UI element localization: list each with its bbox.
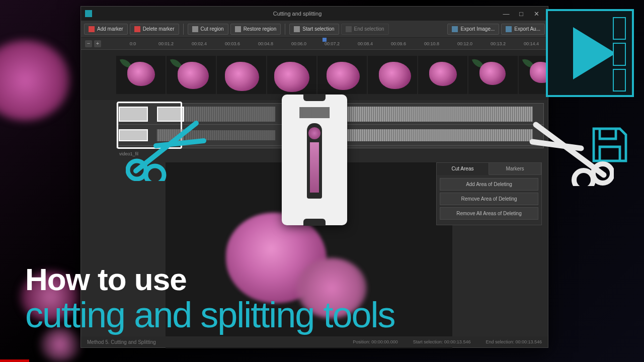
zoom-in-button[interactable]: + bbox=[94, 40, 101, 47]
flag-icon bbox=[89, 26, 95, 32]
ruler-tick: 0:0 bbox=[116, 41, 149, 46]
bracket-left-icon bbox=[294, 26, 300, 32]
ruler-tick: 00:07.2 bbox=[315, 41, 349, 46]
start-selection-label: Start selection: 00:00:13.546 bbox=[413, 339, 471, 344]
add-marker-button[interactable]: Add marker bbox=[84, 24, 128, 35]
titlebar: Cutting and splitting — □ ✕ bbox=[81, 7, 548, 21]
label: Add marker bbox=[97, 26, 123, 32]
add-area-button[interactable]: Add Area of Deleting bbox=[440, 178, 538, 191]
headline: How to use cutting and splitting tools bbox=[25, 261, 394, 335]
toolbar: Add marker Delete marker Cut region Rest… bbox=[81, 21, 548, 38]
position-label: Position: 00:00:00.000 bbox=[353, 339, 398, 344]
vsdc-logo bbox=[546, 9, 634, 97]
ruler-tick: 00:04.8 bbox=[249, 41, 282, 46]
app-icon bbox=[85, 10, 92, 17]
scissors-icon bbox=[192, 26, 198, 32]
label: Export Au... bbox=[514, 26, 540, 32]
flag-x-icon bbox=[134, 26, 140, 32]
label: Cut region bbox=[201, 26, 224, 32]
minimize-button[interactable]: — bbox=[499, 10, 514, 18]
ruler-tick: 00:12.0 bbox=[448, 41, 481, 46]
bracket-right-icon bbox=[346, 26, 352, 32]
video-thumbnail bbox=[217, 56, 266, 94]
scissors-white-icon bbox=[528, 116, 614, 186]
waveform-segment bbox=[347, 129, 533, 141]
export-audio-button[interactable]: Export Au... bbox=[501, 24, 545, 35]
ruler-tick: 00:10.8 bbox=[415, 41, 448, 46]
scissors-cyan-icon bbox=[126, 116, 206, 181]
tab-cut-areas[interactable]: Cut Areas bbox=[437, 163, 489, 175]
ruler-tick: 00:09.6 bbox=[382, 41, 415, 46]
label: Export Image... bbox=[460, 26, 495, 32]
video-thumbnail bbox=[116, 56, 166, 94]
ruler-tick: 00:03.6 bbox=[216, 41, 249, 46]
film-strip-icon bbox=[613, 17, 626, 92]
end-selection-button[interactable]: End selection bbox=[341, 24, 389, 35]
video-thumbnail-track[interactable] bbox=[81, 50, 548, 100]
remove-all-areas-button[interactable]: Remove All Areas of Deleting bbox=[440, 207, 538, 220]
start-selection-button[interactable]: Start selection bbox=[289, 24, 339, 35]
remove-area-button[interactable]: Remove Area of Deleting bbox=[440, 193, 538, 205]
timeline-ruler[interactable]: − + 0:0 00:01.2 00:02.4 00:03.6 00:04.8 … bbox=[81, 38, 548, 50]
video-progress-bar[interactable] bbox=[0, 359, 29, 362]
separator bbox=[183, 24, 184, 35]
ruler-tick: 00:06.0 bbox=[282, 41, 315, 46]
maximize-button[interactable]: □ bbox=[514, 10, 529, 18]
export-image-button[interactable]: Export Image... bbox=[447, 24, 499, 35]
svg-line-5 bbox=[532, 142, 581, 148]
waveform-chip bbox=[299, 107, 330, 118]
separator bbox=[285, 24, 285, 35]
svg-line-1 bbox=[156, 141, 204, 146]
ruler-tick: 00:01.2 bbox=[149, 41, 183, 46]
end-selection-label: End selection: 00:00:13.546 bbox=[486, 339, 542, 344]
svg-point-7 bbox=[574, 170, 593, 186]
video-thumbnail bbox=[418, 56, 467, 94]
cut-region-button[interactable]: Cut region bbox=[188, 24, 228, 35]
ruler-tick: 00:13.2 bbox=[481, 41, 515, 46]
side-tabs: Cut Areas Markers bbox=[437, 163, 541, 175]
svg-point-3 bbox=[146, 166, 164, 181]
video-thumbnail bbox=[368, 56, 417, 94]
label: Restore region bbox=[244, 26, 277, 32]
delete-marker-button[interactable]: Delete marker bbox=[130, 24, 179, 35]
window-title: Cutting and splitting bbox=[96, 11, 499, 17]
ruler-tick: 00:08.4 bbox=[349, 41, 382, 46]
close-button[interactable]: ✕ bbox=[529, 10, 544, 18]
waveform-segment bbox=[347, 107, 533, 122]
ruler-tick: 00:14.4 bbox=[515, 41, 548, 46]
restore-icon bbox=[235, 26, 241, 32]
method-label: Method 5. Cutting and Splitting bbox=[87, 339, 156, 345]
video-thumbnail bbox=[468, 56, 518, 94]
ruler-tick: 00:02.4 bbox=[183, 41, 216, 46]
video-thumbnail bbox=[167, 56, 216, 94]
video-thumbnail bbox=[519, 56, 548, 94]
play-icon bbox=[573, 27, 616, 79]
image-icon bbox=[452, 26, 458, 32]
headline-line2: cutting and splitting tools bbox=[25, 294, 394, 335]
label: Start selection bbox=[302, 26, 334, 32]
label: End selection bbox=[354, 26, 384, 32]
headline-line1: How to use bbox=[25, 261, 394, 297]
bg-flower bbox=[0, 40, 70, 121]
video-thumbnail bbox=[267, 56, 316, 94]
statusbar: Method 5. Cutting and Splitting Position… bbox=[81, 336, 548, 347]
restore-region-button[interactable]: Restore region bbox=[230, 24, 281, 35]
side-panel: Cut Areas Markers Add Area of Deleting R… bbox=[436, 162, 542, 225]
zoom-out-button[interactable]: − bbox=[85, 40, 92, 47]
video-thumbnail bbox=[317, 56, 367, 94]
label: Delete marker bbox=[143, 26, 175, 32]
side-list: Add Area of Deleting Remove Area of Dele… bbox=[437, 175, 541, 225]
playhead-icon[interactable] bbox=[323, 38, 327, 42]
razor-blade-graphic bbox=[282, 95, 347, 225]
audio-icon bbox=[506, 26, 512, 32]
